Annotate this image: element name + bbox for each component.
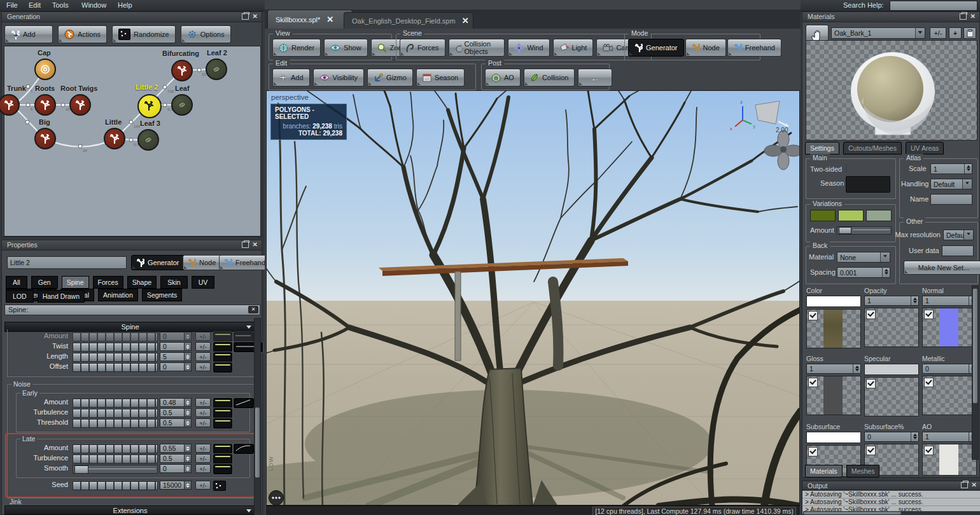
float-panel-icon[interactable] [242, 242, 249, 248]
metallic-map-thumb[interactable] [922, 376, 977, 415]
plus-minus-button[interactable]: +/- [195, 362, 211, 371]
close-tab-icon[interactable]: ✕ [326, 15, 333, 24]
gloss-input[interactable]: 1 [806, 364, 861, 374]
curve-button[interactable] [213, 398, 232, 408]
curve-button[interactable] [213, 332, 232, 342]
curve-button[interactable] [213, 362, 232, 373]
graph-thumb[interactable] [234, 332, 254, 342]
prop-mode-freehand[interactable]: Freehand [219, 255, 271, 270]
opacity-input[interactable]: 1 [864, 296, 919, 306]
output-hscrollbar[interactable] [803, 511, 980, 515]
close-panel-icon[interactable]: ✕ [970, 13, 976, 20]
curve-button[interactable] [213, 342, 232, 352]
node-roots[interactable] [34, 94, 56, 116]
slider-track[interactable] [73, 343, 158, 352]
ao-button[interactable]: AO [485, 69, 521, 86]
value-spinner[interactable] [184, 418, 192, 427]
tab-lod[interactable]: LOD [6, 290, 34, 303]
properties-scrollbar[interactable] [254, 318, 261, 515]
visibility-button[interactable]: Visibility [313, 69, 365, 86]
normal-enabled-checkbox[interactable] [924, 310, 934, 319]
value-spinner[interactable] [184, 362, 192, 371]
specular-enabled-checkbox[interactable] [866, 379, 876, 388]
close-panel-icon[interactable]: ✕ [253, 242, 258, 248]
search-help-input[interactable] [890, 1, 977, 11]
close-panel-icon[interactable]: ✕ [253, 13, 258, 20]
post-collision-button[interactable]: Collision [524, 69, 575, 86]
float-panel-icon[interactable] [961, 482, 968, 488]
extensions-header[interactable]: Extensions [4, 505, 256, 515]
variation-swatch-3[interactable] [866, 210, 892, 221]
variation-swatch-1[interactable] [810, 210, 836, 221]
plus-minus-button[interactable]: +/- [195, 332, 211, 341]
node-little2[interactable] [137, 94, 162, 118]
value-spinner[interactable] [184, 408, 192, 417]
make-new-set-button[interactable]: Make New Set... [904, 261, 980, 275]
tab-meshes[interactable]: Meshes [846, 465, 880, 477]
ao-map-thumb[interactable] [922, 444, 977, 476]
tab-settings[interactable]: Settings [805, 142, 839, 154]
doc-tab-active[interactable]: Skillboxxx.spl*✕ [267, 10, 353, 29]
generation-titlebar[interactable]: Generation ✕ [2, 12, 262, 22]
value-spinner[interactable] [184, 481, 192, 490]
menu-tools[interactable]: Tools [52, 1, 69, 9]
close-panel-icon[interactable]: ✕ [972, 482, 977, 488]
material-add-button[interactable]: + [949, 27, 962, 39]
value-spinner[interactable] [184, 398, 192, 407]
metallic-input[interactable]: 0 [922, 364, 977, 374]
metallic-enabled-checkbox[interactable] [924, 378, 934, 387]
plus-minus-button[interactable]: +/- [195, 418, 211, 427]
tab-shape[interactable]: Shape [127, 276, 157, 289]
gizmo-button[interactable]: Gizmo [367, 69, 413, 86]
plus-minus-button[interactable]: +/- [195, 454, 211, 463]
userdata-input[interactable] [942, 245, 974, 256]
gloss-enabled-checkbox[interactable] [808, 378, 818, 387]
float-panel-icon[interactable] [242, 13, 249, 20]
curve-button[interactable] [213, 444, 232, 454]
two-sided-checkbox[interactable] [846, 164, 847, 173]
plus-minus-button[interactable]: +/- [195, 408, 211, 417]
back-material-select[interactable]: None [837, 252, 890, 263]
forces-button[interactable]: Forces [400, 39, 445, 57]
specular-map-thumb[interactable] [864, 377, 919, 416]
back-arrow-button[interactable]: ← [578, 69, 612, 86]
float-panel-icon[interactable] [960, 13, 967, 20]
tab-cutouts-meshes[interactable]: Cutouts/Meshes [843, 142, 902, 154]
material-preview[interactable] [806, 40, 977, 141]
menu-window[interactable]: Window [81, 1, 106, 9]
plus-minus-button[interactable]: +/- [195, 444, 211, 453]
graph-thumb[interactable] [234, 444, 254, 454]
curve-button[interactable] [213, 408, 232, 418]
opacity-enabled-checkbox[interactable] [866, 310, 876, 319]
ao-input[interactable]: 1 [922, 432, 977, 442]
node-cap[interactable] [34, 58, 56, 80]
tab-forces[interactable]: Forces [93, 276, 123, 289]
ao-enabled-checkbox[interactable] [924, 446, 934, 455]
node-bifurcating[interactable] [171, 60, 193, 81]
season-swatch[interactable] [846, 176, 890, 193]
spacing-input[interactable]: 0.001 [837, 267, 890, 278]
value-spinner[interactable] [184, 332, 192, 341]
specular-swatch[interactable] [864, 364, 919, 375]
clear-filter-icon[interactable]: ✕ [248, 306, 258, 313]
wind-button[interactable]: Wind [508, 39, 549, 57]
subsurface-pct-input[interactable]: 0 [864, 432, 919, 442]
slider-track[interactable] [73, 353, 158, 362]
slider-track[interactable] [73, 419, 158, 428]
value-spinner[interactable] [184, 454, 192, 463]
curve-button[interactable] [213, 454, 232, 464]
subsurface-pct-enabled-checkbox[interactable] [866, 446, 876, 455]
generator-name-input[interactable]: Little 2 [7, 256, 127, 269]
node-little[interactable] [104, 128, 125, 149]
normal-input[interactable]: 1 [922, 296, 977, 306]
plus-minus-button[interactable]: +/- [195, 481, 211, 490]
viewport-3d[interactable]: z x y perspective POLYGONS - SELECTED br… [266, 90, 800, 505]
slider-track[interactable] [73, 481, 158, 490]
seed-dice-button[interactable] [213, 481, 226, 491]
tab-uv[interactable]: UV [192, 276, 215, 289]
subsurface-enabled-checkbox[interactable] [808, 447, 818, 457]
slider-track[interactable] [73, 465, 158, 474]
collision-objects-button[interactable]: Collision Objects [449, 39, 505, 57]
plus-minus-button[interactable]: +/- [195, 464, 211, 473]
slider-track[interactable] [73, 455, 158, 464]
